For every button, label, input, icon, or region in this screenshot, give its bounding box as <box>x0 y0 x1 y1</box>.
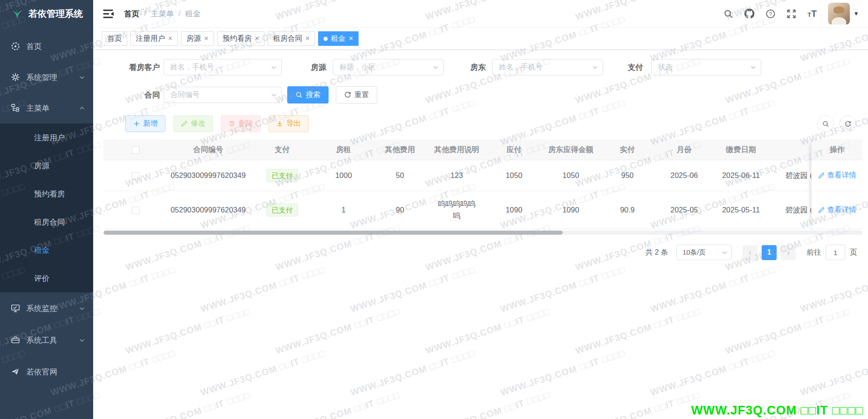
sidebar-fold-icon[interactable] <box>103 9 114 19</box>
sidebar-item-home[interactable]: 首页 <box>0 31 93 62</box>
refresh-table-button[interactable] <box>839 115 856 132</box>
view-detail-link[interactable]: 查看详情 <box>818 171 856 180</box>
close-icon[interactable]: × <box>255 35 259 42</box>
page-size-input[interactable] <box>676 245 732 260</box>
close-icon[interactable]: × <box>305 35 309 42</box>
landlord-select[interactable] <box>492 59 603 75</box>
tab-rental-contract[interactable]: 租房合同× <box>268 31 315 46</box>
edit-button[interactable]: 修改 <box>173 115 213 132</box>
search-icon[interactable] <box>723 9 733 19</box>
show-search-button[interactable] <box>817 115 834 132</box>
sidebar-item-house[interactable]: 房源 <box>0 152 93 180</box>
view-detail-label: 查看详情 <box>827 171 856 180</box>
payment-select[interactable] <box>651 59 761 75</box>
col-pay-status: 支付 <box>249 145 315 155</box>
sidebar-submenu: 注册用户 房源 预约看房 租房合同 租金 评价 <box>0 123 93 292</box>
refresh-icon <box>844 120 852 128</box>
sidebar-item-register-user[interactable]: 注册用户 <box>0 123 93 152</box>
col-contract-no: 合同编号 <box>167 145 249 155</box>
tab-label: 注册用户 <box>136 34 165 44</box>
sidebar-item-view-appointment[interactable]: 预约看房 <box>0 180 93 208</box>
user-menu[interactable]: ▼ <box>828 3 859 25</box>
sidebar-item-system-mgmt[interactable]: 系统管理 <box>0 62 93 93</box>
pagination: 共 2 条 ‹ 1 › 前往 页 <box>104 245 863 260</box>
sidebar-item-review[interactable]: 评价 <box>0 264 93 292</box>
logo-title: 若依管理系统 <box>29 8 83 20</box>
sidebar-item-label: 若依官网 <box>26 367 57 377</box>
submenu-label: 评价 <box>34 273 50 284</box>
sidebar-item-main-menu[interactable]: 主菜单 <box>0 93 93 123</box>
download-icon <box>276 120 283 127</box>
tree-icon <box>11 104 20 113</box>
delete-button[interactable]: 删除 <box>221 115 261 132</box>
sidebar-item-label: 首页 <box>26 41 42 52</box>
tab-house[interactable]: 房源× <box>181 31 214 46</box>
payment-input[interactable] <box>651 59 761 75</box>
landlord-input[interactable] <box>492 59 603 75</box>
customer-select[interactable] <box>164 59 282 75</box>
cell-payable: 1050 <box>485 171 543 180</box>
sidebar-item-tools[interactable]: 系统工具 <box>0 324 93 356</box>
goto-page-input[interactable] <box>826 245 845 260</box>
tab-label: 租房合同 <box>273 34 302 44</box>
breadcrumb-separator: / <box>144 9 146 18</box>
row-checkbox[interactable] <box>132 207 140 214</box>
tab-rent[interactable]: 租金× <box>318 31 358 46</box>
house-select[interactable] <box>333 59 444 75</box>
search-button-label: 搜索 <box>306 90 320 100</box>
next-page-button[interactable]: › <box>781 245 796 260</box>
customer-input[interactable] <box>164 59 282 75</box>
export-button[interactable]: 导出 <box>269 115 309 132</box>
cell-landlord-amount: 1090 <box>543 206 599 214</box>
export-button-label: 导出 <box>286 119 301 128</box>
paper-plane-icon <box>11 367 20 376</box>
table-row[interactable]: 052903009997620349 已支付 1 90 呜呜呜呜呜呜 1090 … <box>104 191 863 229</box>
col-other-fee: 其他费用 <box>372 145 428 155</box>
tags-view-bar: 首页 注册用户× 房源× 预约看房× 租房合同× 租金× <box>93 28 868 50</box>
row-checkbox[interactable] <box>132 172 140 180</box>
tab-view-appointment[interactable]: 预约看房× <box>217 31 264 46</box>
logo[interactable]: 若依管理系统 <box>0 0 93 27</box>
add-button[interactable]: 新增 <box>125 115 165 132</box>
font-size-icon[interactable]: TT <box>808 9 817 19</box>
cell-paid: 950 <box>599 171 656 180</box>
search-icon <box>295 91 303 99</box>
filter-row-1: 看房客户 房源 房东 支付 <box>104 59 863 75</box>
sidebar-item-rental-contract[interactable]: 租房合同 <box>0 208 93 236</box>
scrollbar-thumb[interactable] <box>104 231 563 235</box>
house-input[interactable] <box>333 59 444 75</box>
submenu-label: 租房合同 <box>34 217 65 227</box>
toolbox-icon <box>11 335 20 345</box>
rent-table: 合同编号 支付 房租 其他费用 其他费用说明 应付 房东应得金额 实付 月份 缴… <box>104 139 863 229</box>
contract-select[interactable] <box>164 87 282 103</box>
breadcrumb-home[interactable]: 首页 <box>124 9 140 19</box>
contract-input[interactable] <box>164 87 282 103</box>
sidebar-item-monitor[interactable]: 系统监控 <box>0 292 93 324</box>
prev-page-button[interactable]: ‹ <box>743 245 758 260</box>
sidebar-item-rent[interactable]: 租金 <box>0 236 93 264</box>
close-icon[interactable]: × <box>204 35 208 42</box>
sidebar-item-official-site[interactable]: 若依官网 <box>0 356 93 388</box>
col-operation: 操作 <box>812 139 863 160</box>
close-icon[interactable]: × <box>168 35 172 42</box>
page-size-select[interactable] <box>676 245 732 260</box>
tab-label: 预约看房 <box>223 34 252 44</box>
view-detail-link[interactable]: 查看详情 <box>818 205 856 215</box>
close-icon[interactable]: × <box>349 35 353 42</box>
current-page-button[interactable]: 1 <box>762 245 777 260</box>
reset-button[interactable]: 重置 <box>336 86 377 104</box>
pagination-total: 共 2 条 <box>645 248 668 257</box>
col-payable: 应付 <box>485 145 543 155</box>
github-icon[interactable] <box>744 9 754 19</box>
search-button[interactable]: 搜索 <box>287 86 329 104</box>
fullscreen-icon[interactable] <box>787 9 796 19</box>
page-unit-label: 页 <box>850 248 857 257</box>
select-all-checkbox[interactable] <box>132 146 140 154</box>
cell-pay-date: 2025-05-11 <box>713 206 769 214</box>
tab-home[interactable]: 首页 <box>102 31 127 46</box>
breadcrumb-main-menu[interactable]: 主菜单 <box>151 9 174 19</box>
help-icon[interactable]: ? <box>766 9 775 19</box>
avatar[interactable] <box>828 3 850 25</box>
table-row[interactable]: 052903009997620349 已支付 1000 50 123 1050 … <box>104 160 863 191</box>
tab-register-user[interactable]: 注册用户× <box>130 31 178 46</box>
